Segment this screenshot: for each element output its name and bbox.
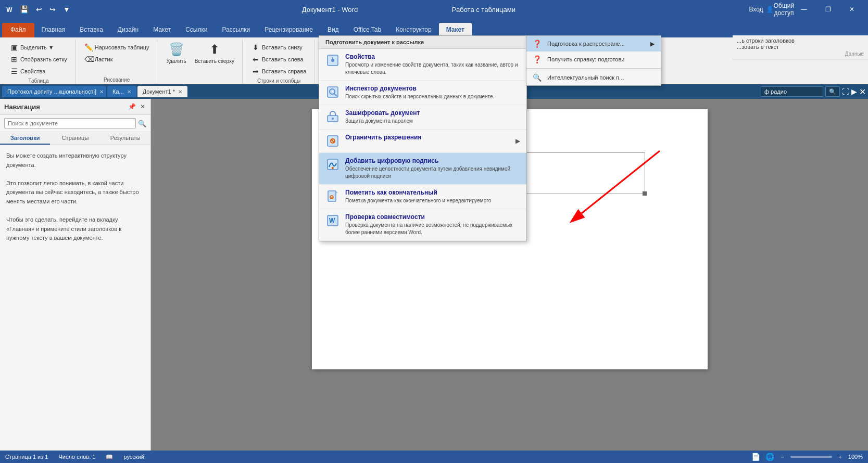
ribbon-group-table: ▣ Выделить ▼ ⊞ Отобразить сетку ☰ Свойст… <box>2 40 76 84</box>
close-tab-2[interactable]: ✕ <box>127 89 131 95</box>
tab-home[interactable]: Главная <box>34 23 73 37</box>
tab-insert[interactable]: Вставка <box>72 23 110 37</box>
nav-tab-headings[interactable]: Заголовки <box>0 132 50 145</box>
text-cursor <box>343 130 344 140</box>
eraser-icon: ⌫ <box>84 55 93 63</box>
delete-btn[interactable]: 🗑️ Удалить <box>162 40 190 67</box>
navigation-pane: Навигация 📌 ✕ 🔍 Заголовки Страницы Резул… <box>0 99 151 451</box>
properties-btn[interactable]: ☰ Свойства <box>6 66 71 77</box>
close-active-tab[interactable]: ✕ <box>178 89 182 95</box>
tab-constructor[interactable]: Конструктор <box>388 23 438 37</box>
insert-below-btn[interactable]: ⬇ Вставить снизу <box>248 42 310 53</box>
layout-print-btn[interactable]: 📄 <box>751 453 760 461</box>
redo-btn[interactable]: ↪ <box>46 3 59 16</box>
zoom-in-btn[interactable]: ＋ <box>837 453 843 461</box>
page-count: Страница 1 из 1 <box>5 454 48 460</box>
window-controls: Вход 👤 Общий доступ — ❐ ✕ <box>744 0 864 19</box>
nav-pane-controls: 📌 ✕ <box>127 102 146 111</box>
maximize-tab-btn[interactable]: ⛶ <box>842 87 849 96</box>
tab-bar-search: 🔍 ⛶ ▶ ✕ <box>761 86 866 97</box>
document-area: + <box>151 99 868 451</box>
signin-btn[interactable]: Вход <box>744 0 768 19</box>
language: русский <box>123 454 144 460</box>
delete-icon: 🗑️ <box>169 42 184 57</box>
select-btn[interactable]: ▣ Выделить ▼ <box>6 42 71 53</box>
table-resize-handle[interactable] <box>643 191 647 196</box>
status-bar: Страница 1 из 1 Число слов: 1 📖 русский … <box>0 451 868 463</box>
restore-btn[interactable]: ❐ <box>816 0 840 19</box>
nav-search-input[interactable] <box>4 118 136 128</box>
close-btn[interactable]: ✕ <box>840 0 864 19</box>
insert-col: ⬇ Вставить снизу ⬅ Вставить слева ➡ Вста… <box>248 40 310 77</box>
document-page: + <box>312 109 708 369</box>
zoom-slider[interactable] <box>790 456 832 458</box>
tab-design[interactable]: Дизайн <box>110 23 146 37</box>
ribbon-tabs: Файл Главная Вставка Дизайн Макет Ссылки… <box>0 19 868 37</box>
close-tab-1[interactable]: ✕ <box>99 89 104 95</box>
active-doc-tab[interactable]: Документ1 * ✕ <box>137 86 187 97</box>
customize-qa-btn[interactable]: ▼ <box>60 3 73 16</box>
save-quick-btn[interactable]: 💾 <box>17 3 32 16</box>
gridlines-btn[interactable]: ⊞ Отобразить сетку <box>6 54 71 65</box>
properties-icon: ☰ <box>10 67 18 75</box>
ribbon-group-more: OB | Pa | Pa <box>316 40 866 84</box>
tab-layout[interactable]: Макет <box>146 23 178 37</box>
ribbon-group-draw: ✏️ Нарисовать таблицу ⌫ Ластик Рисование <box>77 40 158 84</box>
insert-right-btn[interactable]: ➡ Вставить справа <box>248 66 310 77</box>
insert-above-btn[interactable]: ⬆ Вставить сверху <box>191 40 238 67</box>
table-group-label: Таблица <box>28 77 48 84</box>
tab-search-input[interactable] <box>761 86 823 97</box>
zoom-out-btn[interactable]: － <box>779 453 785 461</box>
nav-tab-pages[interactable]: Страницы <box>50 132 100 145</box>
draw-btns: ✏️ Нарисовать таблицу ⌫ Ластик <box>81 40 153 76</box>
spelling-icon: 📖 <box>106 454 113 460</box>
tab-view[interactable]: Вид <box>320 23 346 37</box>
nav-close-btn[interactable]: ✕ <box>139 102 146 111</box>
title-text: Документ1 - Word Работа с таблицами <box>73 6 744 14</box>
ribbon: ▣ Выделить ▼ ⊞ Отобразить сетку ☰ Свойст… <box>0 37 868 84</box>
tab-file[interactable]: Файл <box>2 23 34 37</box>
draw-group-label: Рисование <box>104 76 130 83</box>
nav-pin-btn[interactable]: 📌 <box>127 102 137 111</box>
layout-web-btn[interactable]: 🌐 <box>765 453 774 461</box>
insert-group-label: Строки и столбцы <box>257 77 300 84</box>
quick-access-toolbar: 💾 ↩ ↪ ▼ <box>17 3 73 16</box>
insert-above-icon: ⬆ <box>209 42 220 57</box>
draw-table-btn[interactable]: ✏️ Нарисовать таблицу <box>81 42 153 53</box>
tab-search-btn[interactable]: 🔍 <box>825 86 840 97</box>
tab-officetab[interactable]: Office Tab <box>346 23 389 37</box>
minimize-btn[interactable]: — <box>792 0 816 19</box>
close-tab-area-btn[interactable]: ✕ <box>859 87 866 97</box>
doc-tab-2[interactable]: Ка... ✕ <box>107 86 136 97</box>
nav-pane-header: Навигация 📌 ✕ <box>0 99 150 115</box>
title-bar: W 💾 ↩ ↪ ▼ Документ1 - Word Работа с табл… <box>0 0 868 19</box>
pencil-icon: ✏️ <box>84 43 93 52</box>
expand-tab-btn[interactable]: ▶ <box>851 87 857 96</box>
tab-review[interactable]: Рецензирование <box>257 23 320 37</box>
add-row-btn[interactable]: + <box>333 174 342 182</box>
nav-content: Вы можете создать интерактивную структур… <box>0 145 150 249</box>
table-col: ▣ Выделить ▼ ⊞ Отобразить сетку ☰ Свойст… <box>6 40 71 77</box>
ribbon-group-insert: ⬇ Вставить снизу ⬅ Вставить слева ➡ Вста… <box>244 40 315 84</box>
word-count: Число слов: 1 <box>58 454 95 460</box>
nav-tabs: Заголовки Страницы Результаты <box>0 132 150 145</box>
nav-tab-results[interactable]: Результаты <box>100 132 150 145</box>
eraser-btn[interactable]: ⌫ Ластик <box>81 54 153 65</box>
insert-btns: ⬇ Вставить снизу ⬅ Вставить слева ➡ Вста… <box>248 40 310 77</box>
share-btn[interactable]: 👤 Общий доступ <box>768 0 792 19</box>
tab-bar: Протокол допиту ...кціональності] ✕ Ка..… <box>0 84 868 99</box>
doc-tab-1[interactable]: Протокол допиту ...кціональності] ✕ <box>2 86 106 97</box>
tab-mailings[interactable]: Рассылки <box>215 23 257 37</box>
ribbon-group-rowcol: 🗑️ Удалить ⬆ Вставить сверху <box>158 40 243 84</box>
table-placeholder: + <box>343 152 645 194</box>
status-bar-right: 📄 🌐 － ＋ 100% <box>751 453 863 461</box>
tab-layout2[interactable]: Макет <box>439 23 472 37</box>
tab-references[interactable]: Ссылки <box>178 23 215 37</box>
insert-below-icon: ⬇ <box>251 43 260 52</box>
undo-btn[interactable]: ↩ <box>33 3 45 16</box>
insert-left-btn[interactable]: ⬅ Вставить слева <box>248 54 310 65</box>
word-icon: W <box>4 4 15 15</box>
gridlines-icon: ⊞ <box>10 55 18 63</box>
nav-search-submit[interactable]: 🔍 <box>138 120 146 127</box>
select-icon: ▣ <box>10 43 18 52</box>
